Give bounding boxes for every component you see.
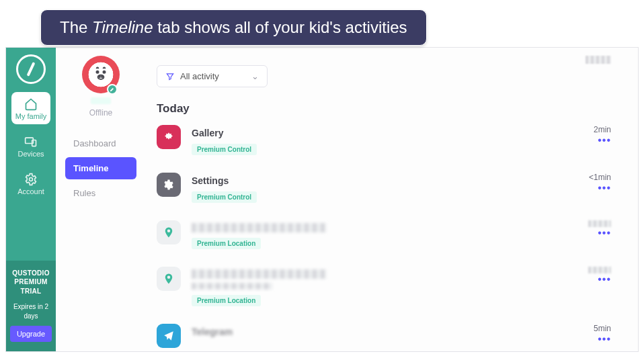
nav-rules[interactable]: Rules — [65, 182, 136, 204]
location-icon — [157, 220, 181, 244]
home-icon — [13, 97, 49, 111]
gallery-app-icon — [157, 125, 181, 149]
sidebar-rail: My family Devices Account QUSTODIO PREMI… — [6, 48, 56, 351]
telegram-app-icon — [157, 324, 181, 348]
main-content: All activity ⌄ Today Gallery Premium Con… — [143, 48, 638, 351]
svg-point-7 — [102, 76, 103, 77]
rail-item-label: My family — [13, 112, 49, 120]
chevron-down-icon: ⌄ — [251, 71, 259, 81]
activity-duration-redacted — [588, 220, 611, 227]
activity-row: Telegram 5min ••• — [157, 324, 611, 348]
svg-point-2 — [30, 178, 33, 181]
rail-item-devices[interactable]: Devices — [11, 130, 50, 162]
caption-pre: The — [60, 18, 92, 36]
activity-app-name: Settings — [192, 175, 578, 186]
rail-item-account[interactable]: Account — [11, 167, 50, 199]
activity-duration: 5min — [594, 324, 611, 333]
activity-more-menu[interactable]: ••• — [594, 137, 611, 144]
activity-more-menu[interactable]: ••• — [589, 185, 611, 191]
activity-filter-dropdown[interactable]: All activity ⌄ — [157, 65, 268, 87]
premium-trial-promo: QUSTODIO PREMIUM TRIAL Expires in 2 days… — [6, 261, 56, 352]
timeline-section-title: Today — [157, 102, 611, 116]
caption-banner: The Timeline tab shows all of your kid's… — [40, 9, 427, 46]
premium-location-tag: Premium Location — [192, 238, 261, 249]
filter-label: All activity — [180, 71, 219, 81]
activity-duration: <1min — [589, 173, 611, 182]
location-icon — [157, 267, 181, 291]
filter-icon — [165, 72, 175, 81]
caption-em: Timeline — [92, 18, 153, 36]
app-frame: My family Devices Account QUSTODIO PREMI… — [5, 47, 639, 352]
activity-more-menu[interactable]: ••• — [594, 336, 611, 343]
location-text-redacted — [192, 283, 272, 290]
premium-location-tag: Premium Location — [192, 295, 261, 306]
nav-timeline[interactable]: Timeline — [65, 157, 136, 179]
activity-row: Settings Premium Control <1min ••• — [157, 173, 611, 203]
rail-item-my-family[interactable]: My family — [11, 92, 50, 124]
settings-app-icon — [157, 173, 181, 197]
activity-more-menu[interactable]: ••• — [588, 230, 611, 236]
premium-control-tag: Premium Control — [192, 191, 257, 203]
edit-avatar-button[interactable] — [107, 84, 118, 95]
promo-expires: Expires in 2 days — [9, 302, 53, 320]
profile-nav-column: Offline Dashboard Timeline Rules — [56, 48, 143, 351]
activity-app-name: Gallery — [192, 128, 583, 138]
child-status: Offline — [65, 108, 136, 118]
child-name-redacted — [91, 97, 111, 104]
activity-row: Premium Location ••• — [157, 267, 611, 306]
rail-item-label: Devices — [13, 150, 49, 158]
caption-post: tab shows all of your kid's activities — [153, 18, 407, 36]
activity-row: Premium Location ••• — [157, 220, 611, 249]
brand-logo — [16, 54, 46, 84]
svg-point-3 — [97, 71, 99, 73]
rail-item-label: Account — [13, 187, 49, 195]
gear-icon — [13, 173, 49, 186]
avatar-wrap: Offline — [65, 56, 136, 118]
svg-point-4 — [104, 71, 106, 73]
activity-duration-redacted — [588, 267, 611, 273]
promo-title: QUSTODIO PREMIUM TRIAL — [9, 269, 53, 296]
nav-dashboard[interactable]: Dashboard — [65, 132, 136, 154]
activity-duration: 2min — [594, 125, 611, 134]
svg-point-6 — [99, 76, 100, 77]
header-right-redacted — [586, 56, 611, 64]
upgrade-button[interactable]: Upgrade — [10, 326, 52, 342]
location-text-redacted — [192, 223, 326, 232]
activity-more-menu[interactable]: ••• — [588, 276, 611, 283]
devices-icon — [13, 135, 49, 148]
location-text-redacted — [192, 269, 326, 279]
premium-control-tag: Premium Control — [192, 144, 257, 155]
activity-app-name: Telegram — [192, 326, 583, 337]
activity-row: Gallery Premium Control 2min ••• — [157, 125, 611, 155]
